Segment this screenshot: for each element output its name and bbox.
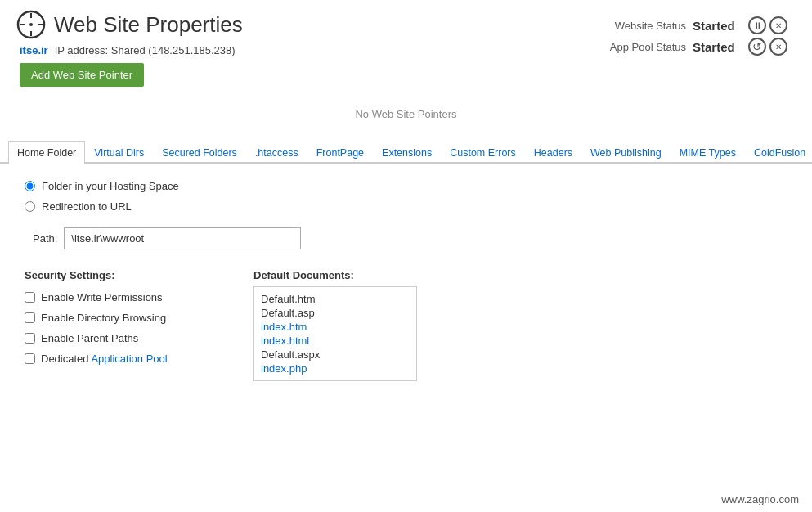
header-right: Website Status Started App Pool Status S… xyxy=(610,10,796,56)
radio-folder-input[interactable] xyxy=(25,181,35,191)
doc-item-index-html: index.html xyxy=(261,334,410,348)
checkbox-write[interactable] xyxy=(25,292,35,303)
tab-content: Folder in your Hosting Space Redirection… xyxy=(0,164,812,397)
path-input[interactable] xyxy=(64,227,301,249)
tab-custom-errors[interactable]: Custom Errors xyxy=(441,141,525,164)
ip-row: itse.ir IP address: Shared (148.251.185.… xyxy=(16,44,243,56)
doc-item-default-asp: Default.asp xyxy=(261,306,410,320)
checkbox-write-row: Enable Write Permissions xyxy=(25,291,221,303)
website-stop-icon[interactable] xyxy=(769,16,787,34)
page-title-row: Web Site Properties xyxy=(16,10,243,39)
path-label: Path: xyxy=(33,232,57,245)
checkbox-write-label[interactable]: Enable Write Permissions xyxy=(41,291,163,303)
apppool-status-value: Started xyxy=(693,40,742,54)
tab-secured-folders[interactable]: Secured Folders xyxy=(153,141,246,164)
checkbox-directory[interactable] xyxy=(25,312,35,323)
two-col: Security Settings: Enable Write Permissi… xyxy=(25,269,787,381)
svg-point-1 xyxy=(29,23,33,26)
page-title: Web Site Properties xyxy=(54,12,243,38)
apppool-stop-icon[interactable] xyxy=(769,38,787,56)
footer: www.zagrio.com xyxy=(721,493,799,505)
doc-item-default-htm: Default.htm xyxy=(261,292,410,306)
footer-text: www.zagrio.com xyxy=(721,493,799,505)
radio-folder-row: Folder in your Hosting Space xyxy=(25,180,787,192)
tabs-container: Home Folder Virtual Dirs Secured Folders… xyxy=(0,140,812,164)
tab-headers[interactable]: Headers xyxy=(525,141,581,164)
website-status-value: Started xyxy=(693,19,742,33)
compass-icon xyxy=(16,10,46,39)
tab-coldfusion[interactable]: ColdFusion xyxy=(745,141,812,164)
add-pointer-button[interactable]: Add Web Site Pointer xyxy=(20,63,144,87)
docs-col: Default Documents: Default.htm Default.a… xyxy=(253,269,417,381)
website-status-label: Website Status xyxy=(615,20,686,32)
tab-extensions[interactable]: Extensions xyxy=(373,141,441,164)
website-status-icons xyxy=(748,16,787,34)
radio-folder-label[interactable]: Folder in your Hosting Space xyxy=(42,180,179,192)
apppool-highlight: Application Pool xyxy=(91,353,167,365)
checkbox-parent[interactable] xyxy=(25,333,35,344)
doc-item-index-php: index.php xyxy=(261,362,410,375)
no-pointers-text: No Web Site Pointers xyxy=(0,93,812,137)
security-title: Security Settings: xyxy=(25,269,221,281)
tab-web-publishing[interactable]: Web Publishing xyxy=(581,141,671,164)
tab-htaccess[interactable]: .htaccess xyxy=(246,141,307,164)
website-status-row: Website Status Started xyxy=(615,16,787,34)
checkbox-dir-row: Enable Directory Browsing xyxy=(25,312,221,324)
tab-mime-types[interactable]: MIME Types xyxy=(671,141,745,164)
ip-text: IP address: Shared (148.251.185.238) xyxy=(55,44,236,56)
tab-frontpage[interactable]: FrontPage xyxy=(307,141,373,164)
checkbox-parent-row: Enable Parent Paths xyxy=(25,332,221,344)
header-area: Web Site Properties itse.ir IP address: … xyxy=(0,0,812,93)
website-pause-icon[interactable] xyxy=(748,16,766,34)
site-link[interactable]: itse.ir xyxy=(20,44,48,56)
radio-redirect-label[interactable]: Redirection to URL xyxy=(42,200,132,213)
header-left: Web Site Properties itse.ir IP address: … xyxy=(16,10,243,87)
checkbox-apppool-label[interactable]: Dedicated Application Pool xyxy=(41,353,168,365)
checkbox-apppool-row: Dedicated Application Pool xyxy=(25,353,221,365)
apppool-status-row: App Pool Status Started xyxy=(610,38,787,56)
path-row: Path: xyxy=(33,227,787,249)
checkbox-directory-label[interactable]: Enable Directory Browsing xyxy=(41,312,166,324)
tab-home-folder[interactable]: Home Folder xyxy=(8,141,85,164)
checkbox-apppool[interactable] xyxy=(25,353,35,364)
apppool-status-icons xyxy=(748,38,787,56)
docs-title: Default Documents: xyxy=(253,269,417,281)
radio-group: Folder in your Hosting Space Redirection… xyxy=(25,180,787,213)
apppool-refresh-icon[interactable] xyxy=(748,38,766,56)
checkbox-parent-label[interactable]: Enable Parent Paths xyxy=(41,332,138,344)
radio-redirect-input[interactable] xyxy=(25,201,35,212)
security-col: Security Settings: Enable Write Permissi… xyxy=(25,269,221,373)
doc-item-default-aspx: Default.aspx xyxy=(261,348,410,362)
doc-item-index-htm: index.htm xyxy=(261,320,410,334)
tab-virtual-dirs[interactable]: Virtual Dirs xyxy=(85,141,153,164)
radio-redirect-row: Redirection to URL xyxy=(25,200,787,213)
apppool-status-label: App Pool Status xyxy=(610,41,686,53)
docs-list: Default.htm Default.asp index.htm index.… xyxy=(253,286,417,381)
